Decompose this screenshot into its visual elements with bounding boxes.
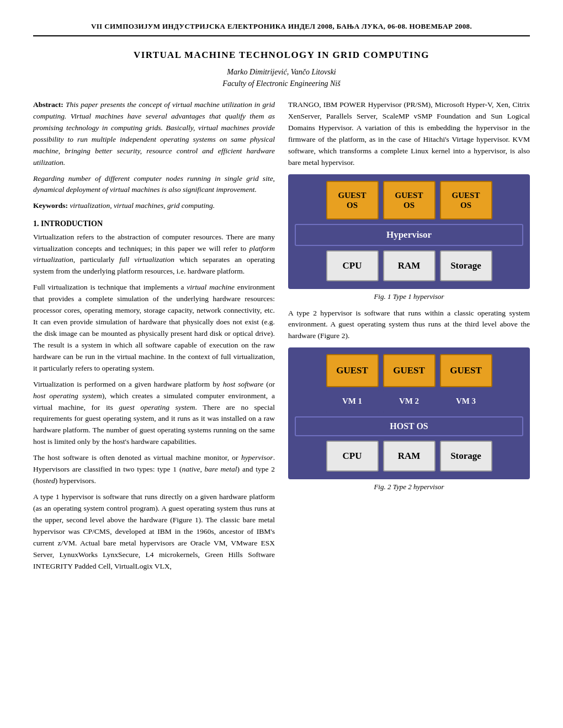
right-para1: TRANGO, IBM POWER Hypervisor (PR/SM), Mi… bbox=[288, 99, 530, 169]
section1-para4: The host software is often denoted as vi… bbox=[33, 452, 275, 487]
ram-box: RAM bbox=[383, 250, 435, 281]
guest2-box-2: GUEST bbox=[383, 354, 435, 387]
section1-title: 1. INTRODUCTION bbox=[33, 220, 275, 228]
fig2-diagram: GUEST VM 1 GUEST VM 2 GUEST VM 3 HOST OS… bbox=[288, 347, 530, 479]
paper-title: VIRTUAL MACHINE TECHNOLOGY IN GRID COMPU… bbox=[33, 50, 530, 61]
keywords-text: virtualization, virtual machines, grid c… bbox=[70, 201, 215, 210]
section1-para1: Virtualization refers to the abstraction… bbox=[33, 232, 275, 278]
abstract-label: Abstract: bbox=[33, 100, 63, 109]
fig1-caption: Fig. 1 Type 1 hypervisor bbox=[288, 292, 530, 301]
authors: Marko Dimitrijević, Vančo Litovski Facul… bbox=[33, 66, 530, 89]
guest2-box-3: GUEST bbox=[440, 354, 492, 387]
storage-box: Storage bbox=[440, 250, 492, 281]
cpu-box-2: CPU bbox=[326, 441, 379, 472]
abstract-text1: This paper presents the concept of virtu… bbox=[33, 100, 275, 167]
guest-box-1: GUESTOS bbox=[326, 181, 379, 220]
storage-box-2: Storage bbox=[440, 441, 492, 472]
keywords-block: Keywords: virtualization, virtual machin… bbox=[33, 200, 275, 211]
section1-para2: Full virtualization is technique that im… bbox=[33, 282, 275, 374]
right-column: TRANGO, IBM POWER Hypervisor (PR/SM), Mi… bbox=[288, 99, 530, 576]
guest-row: GUESTOS GUESTOS GUESTOS bbox=[295, 181, 523, 220]
vm-col-1: GUEST VM 1 bbox=[326, 354, 379, 413]
hw-row-2: CPU RAM Storage bbox=[295, 441, 523, 472]
cpu-box: CPU bbox=[326, 250, 379, 281]
hypervisor-bar: Hypervisor bbox=[295, 224, 523, 246]
guest2-box-1: GUEST bbox=[326, 354, 379, 387]
hw-row: CPU RAM Storage bbox=[295, 250, 523, 281]
author-line2: Faculty of Electronic Engineering Niš bbox=[33, 78, 530, 89]
fig1-diagram: GUESTOS GUESTOS GUESTOS Hypervisor CPU R… bbox=[288, 174, 530, 289]
hostos-bar: HOST OS bbox=[295, 416, 523, 436]
vm-label-3: VM 3 bbox=[440, 389, 492, 413]
abstract-text2: Regarding number of different computer n… bbox=[33, 174, 275, 194]
guest-box-3: GUESTOS bbox=[440, 181, 492, 220]
vm-label-1: VM 1 bbox=[326, 389, 379, 413]
conference-header: VII СИМПОЗИЈУМ ИНДУСТРИЈСКА ЕЛЕКТРОНИКА … bbox=[33, 22, 530, 36]
section1-para3: Virtualization is performed on a given h… bbox=[33, 379, 275, 448]
abstract-block: Abstract: This paper presents the concep… bbox=[33, 99, 275, 196]
vm-col-3: GUEST VM 3 bbox=[440, 354, 492, 413]
right-para2: A type 2 hypervisor is software that run… bbox=[288, 308, 530, 342]
section1-para5: A type 1 hypervisor is software that run… bbox=[33, 491, 275, 572]
keywords-label: Keywords: bbox=[33, 201, 68, 210]
fig2-caption: Fig. 2 Type 2 hypervisor bbox=[288, 483, 530, 491]
guest-box-2: GUESTOS bbox=[383, 181, 435, 220]
ram-box-2: RAM bbox=[383, 441, 435, 472]
left-column: Abstract: This paper presents the concep… bbox=[33, 99, 275, 576]
author-line1: Marko Dimitrijević, Vančo Litovski bbox=[33, 66, 530, 78]
vm-label-2: VM 2 bbox=[383, 389, 435, 413]
vm-col-2: GUEST VM 2 bbox=[383, 354, 435, 413]
